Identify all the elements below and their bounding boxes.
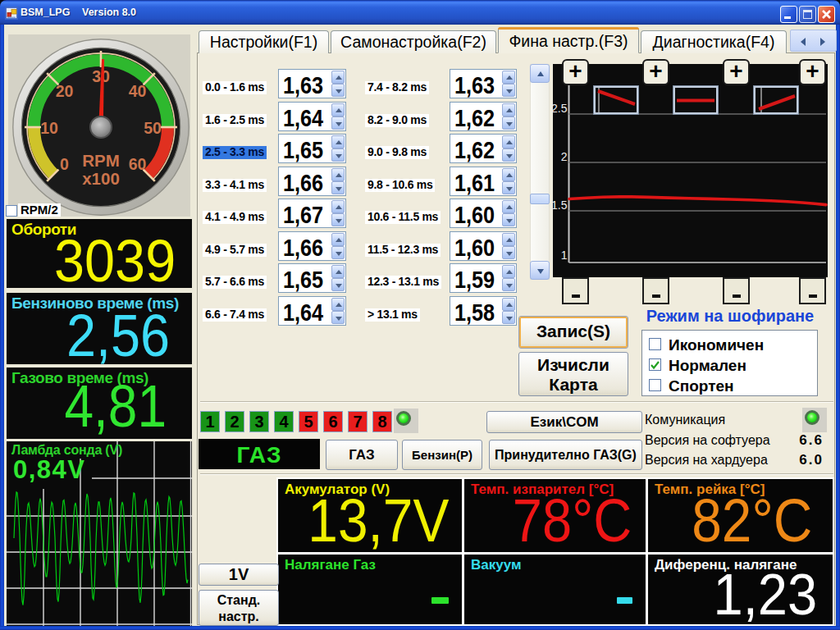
svg-text:40: 40 [129,82,147,100]
svg-text:1.5: 1.5 [551,199,568,212]
svg-text:2: 2 [561,150,568,163]
svg-text:1: 1 [561,249,568,262]
svg-text:10: 10 [40,119,58,137]
svg-text:0: 0 [60,155,69,173]
svg-text:RPM: RPM [82,151,120,170]
svg-text:60: 60 [129,155,147,173]
svg-text:x100: x100 [82,169,120,188]
svg-text:20: 20 [56,82,74,100]
svg-text:50: 50 [144,119,162,137]
svg-text:2.5: 2.5 [551,102,568,115]
